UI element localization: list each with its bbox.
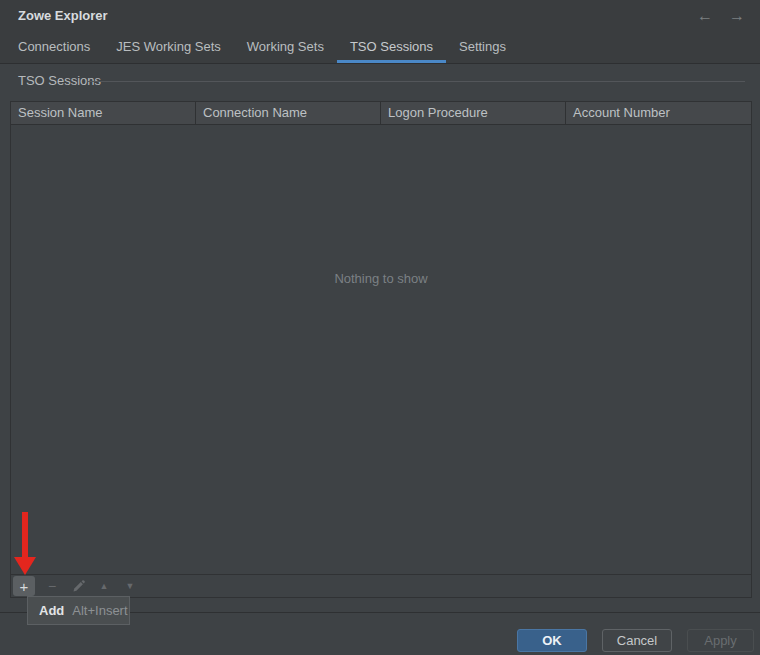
column-header-connection-name[interactable]: Connection Name: [196, 102, 381, 124]
empty-state-text: Nothing to show: [11, 271, 751, 286]
forward-icon[interactable]: →: [726, 5, 748, 27]
edit-button[interactable]: [65, 576, 91, 596]
apply-button[interactable]: Apply: [687, 629, 754, 652]
move-up-button[interactable]: ▲: [91, 576, 117, 596]
tso-sessions-table: Session Name Connection Name Logon Proce…: [10, 101, 752, 598]
arrow-up-icon: ▲: [100, 581, 109, 591]
tab-bar: Connections JES Working Sets Working Set…: [5, 36, 519, 63]
column-header-logon-procedure[interactable]: Logon Procedure: [381, 102, 566, 124]
tab-jes-working-sets[interactable]: JES Working Sets: [103, 36, 234, 63]
tooltip-label: Add: [39, 603, 64, 618]
tab-settings[interactable]: Settings: [446, 36, 519, 63]
cancel-button[interactable]: Cancel: [602, 629, 672, 652]
pencil-icon: [72, 580, 85, 593]
tab-connections[interactable]: Connections: [5, 36, 103, 63]
annotation-arrow-icon: [14, 512, 36, 575]
ok-button[interactable]: OK: [517, 629, 587, 652]
history-nav: ← →: [694, 5, 748, 27]
tab-working-sets[interactable]: Working Sets: [234, 36, 337, 63]
section-divider: [88, 81, 745, 82]
add-button[interactable]: +: [13, 576, 35, 596]
back-icon[interactable]: ←: [694, 5, 716, 27]
move-down-button[interactable]: ▼: [117, 576, 143, 596]
add-tooltip: Add Alt+Insert: [27, 596, 130, 625]
remove-button[interactable]: −: [39, 576, 65, 596]
table-header-row: Session Name Connection Name Logon Proce…: [11, 102, 751, 125]
column-header-account-number[interactable]: Account Number: [566, 102, 751, 124]
page-title: Zowe Explorer: [18, 8, 108, 23]
arrow-down-icon: ▼: [126, 581, 135, 591]
column-header-session-name[interactable]: Session Name: [11, 102, 196, 124]
table-body: Nothing to show: [11, 125, 751, 574]
table-toolbar: + − ▲ ▼: [11, 574, 751, 597]
zowe-explorer-settings-dialog: Zowe Explorer ← → Connections JES Workin…: [0, 0, 760, 655]
dialog-header: Zowe Explorer ← → Connections JES Workin…: [0, 0, 760, 64]
tab-tso-sessions[interactable]: TSO Sessions: [337, 36, 446, 63]
tooltip-shortcut: Alt+Insert: [72, 603, 127, 618]
